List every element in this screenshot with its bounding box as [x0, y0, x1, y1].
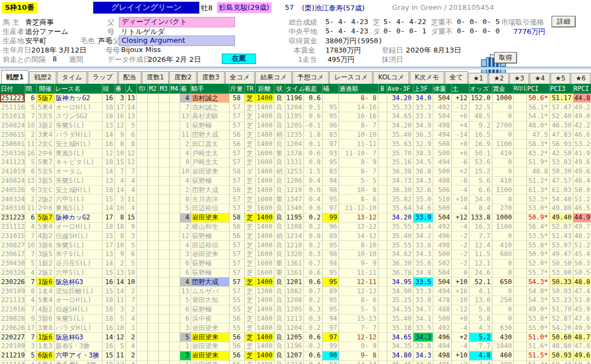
tab-4[interactable]: ラップ — [88, 71, 118, 84]
column-header: M4 — [169, 84, 180, 94]
table-row[interactable]: 24101985京5オータム147710岩田望来58ダ1400稍12531.58… — [0, 167, 591, 176]
tab-11[interactable]: 予想コメ — [292, 71, 329, 84]
column-header: オッズ — [469, 84, 492, 94]
table-row[interactable]: 250316162中6東風S(L)1210124戸崎圭太57芝1600重1378… — [0, 149, 591, 158]
tab-16[interactable]: ★1 — [468, 73, 488, 84]
tab-21[interactable]: ★6 — [571, 73, 590, 84]
column-header: 補 — [322, 84, 338, 94]
tab-bar: 戦歴1戦歴2タイムラップ配当度数1度数2度数3全コメ結果コメ予想コメレースコメK… — [0, 70, 591, 84]
column-header: 騎手 — [191, 84, 229, 94]
tab-12[interactable]: レースコメ — [329, 71, 372, 84]
tab-3[interactable]: タイム — [57, 71, 87, 84]
column-header: 賞金 — [492, 84, 513, 94]
table-row[interactable]: 230827103新6朱鷺S(L)171054田辺裕信57芝1400良12100… — [0, 241, 591, 250]
horse-name-en: Gray in Green / 2018105454 — [392, 3, 494, 11]
table-row[interactable]: 22022771阪6阪急杯G3141225岩田望来56芝1400良12050.6… — [0, 333, 591, 342]
table-row[interactable]: 250601112京C安土城H(L)16882田口貫太56芝1400良12040… — [0, 140, 591, 149]
tab-14[interactable]: K次メモ — [410, 71, 444, 84]
breeder-value: 追分ファーム — [25, 27, 68, 37]
race-history-table-wrap: 日付間開催レース名頭番人印M2M3M4着騎手斤量TR距離状タイム着差補通過順BA… — [0, 84, 591, 364]
sire-value: ディープインパクト — [119, 17, 235, 27]
owner-label: 馬 主 — [3, 18, 19, 27]
table-row[interactable]: 23111245東4オーロH(L)181892横山和生56芝1400良12080… — [0, 222, 591, 232]
granddam-label: 母母 — [106, 45, 120, 55]
table-row[interactable]: 23032642阪2六甲S(L)1513106荻野極57芝1600重13610.… — [0, 268, 591, 278]
tab-15[interactable]: 全て — [445, 71, 468, 84]
turf-record-label: 芝 — [373, 18, 380, 27]
table-row[interactable]: 220626173東8パラダH(L)161013岩田望来55芝1400良1204… — [0, 323, 591, 333]
table-row[interactable]: 25061523東4パラダH(L)149611団野大成56芝1400稍12351… — [0, 130, 591, 140]
column-header: 番 — [114, 84, 125, 94]
table-row[interactable]: 22111345東4オーロH(L)181175柴田大知55芝1400良12080… — [0, 296, 591, 305]
table-row[interactable]: 250824103新2朱鷺S(L)131251荻野極57芝1400良1205-0… — [0, 121, 591, 130]
table-row[interactable]: 25101373京5スワンSG218161313高杉吏騏57芝1400良1195… — [0, 112, 591, 122]
carry-weight: 57 — [285, 3, 294, 11]
tab-6[interactable]: 度数1 — [142, 71, 169, 84]
column-header: 着 — [180, 84, 191, 94]
table-row[interactable]: 22010931名3新春S・3勝16541岩田望来56芝1400良1196-0.… — [0, 342, 591, 351]
table-row[interactable]: 21121956阪6六甲アイ・3勝151123岩田望来56芝1400良12070… — [0, 351, 591, 360]
prize-label: 本賞金 — [294, 45, 315, 55]
detail-button[interactable]: 詳細 — [552, 16, 576, 27]
table-row[interactable]: 25122765阪7阪神カッG2163134吉村誠之58芝1400良11960.… — [0, 94, 591, 103]
tab-17[interactable]: ★2 — [489, 73, 508, 84]
tab-9[interactable]: 全コメ — [225, 71, 255, 84]
tab-5[interactable]: 配当 — [118, 71, 141, 84]
jockey-name-badge: 鮫島克駿(29歳) — [217, 2, 272, 13]
trainer-name: (栗)池江泰寿(57歳) — [302, 3, 365, 13]
central-record-label: 中央平地 — [289, 27, 317, 37]
tab-1[interactable]: 戦歴1 — [1, 70, 28, 84]
table-row[interactable]: 240824133新5朱鷺S(L)13444荻野極57芝1400良12060.4… — [0, 176, 591, 186]
column-header: M2 — [147, 84, 158, 94]
tab-2[interactable]: 戦歴2 — [29, 71, 56, 84]
sire-label: 父 — [107, 18, 114, 27]
table-row[interactable]: 240310112中6東風S(L)141045田辺裕信57芝1600良13400… — [0, 204, 591, 213]
column-header: 距離 — [255, 84, 274, 94]
data-date-label: データ作成日 — [107, 55, 151, 65]
table-row[interactable]: 22101674新2信越SH(L)18326荻野極55芝1400良12050.3… — [0, 305, 591, 314]
interval-unit: 週間 — [69, 55, 83, 65]
horse-name-box: グレイイングリーン — [93, 2, 199, 14]
table-row[interactable]: 24052693京C安土城H(L)181442団野大成56芝1400良12100… — [0, 186, 591, 195]
tab-10[interactable]: 結果コメ — [255, 71, 292, 84]
total-record-label: 総合成績 — [289, 18, 317, 27]
table-row[interactable]: 21111345東4奥多摩S・3勝181241岩田望来55芝1400良12130… — [0, 360, 591, 364]
column-header: 通過順 — [338, 84, 378, 94]
per-run-value: 495万円 — [328, 55, 354, 65]
registration-date-value: 2020年 8月13日 — [406, 45, 461, 55]
table-row[interactable]: 23010981名4淀短距離(L)1514213ムルザバ57芝1200良1082… — [0, 287, 591, 296]
central-record-value: 5- 4- 4-23 — [325, 27, 368, 35]
total-record-value: 5- 4- 4-23 — [325, 18, 368, 26]
column-header: 印 — [136, 84, 147, 94]
tab-18[interactable]: ★3 — [509, 73, 529, 84]
deletion-date-label: 抹消日 — [382, 55, 403, 65]
table-row[interactable]: 25111655東4オーロH(L)1817147吉村誠之57芝1400良1204… — [0, 103, 591, 112]
tab-20[interactable]: ★5 — [550, 73, 570, 84]
column-header: タイム — [285, 84, 303, 94]
column-header: PCI — [526, 84, 549, 94]
dirt-record-label: ダ — [373, 27, 380, 37]
table-row[interactable]: 23101574新2信越SH(L)158312荻野極56芝1400稍12140.… — [0, 232, 591, 241]
get-button[interactable]: 取得 — [494, 52, 517, 63]
table-row[interactable]: 24112355東7キャピタ(L)1815129戸崎圭太57芝1600良1331… — [0, 158, 591, 167]
earned-prize-label: 収得賞金 — [289, 36, 317, 46]
interval-label: 前走との間隔 — [3, 55, 46, 65]
gate-number-badge: 5枠10番 — [2, 2, 37, 13]
column-header: 日付 — [0, 84, 25, 94]
table-row[interactable]: 22082893新6朱鷺S(L)18546浜中俊56芝1400良12130.39… — [0, 314, 591, 323]
dam-label: 母 — [107, 27, 114, 37]
tab-8[interactable]: 度数3 — [197, 71, 225, 84]
tab-13[interactable]: KOLコメ — [373, 71, 409, 84]
tab-19[interactable]: ★4 — [530, 73, 549, 84]
earned-prize-value: 3800万円(5950) — [325, 36, 382, 46]
column-header: 間 — [25, 84, 36, 94]
table-row[interactable]: 23022671阪6阪急杯G31614104団野大成57芝1400良12010.… — [0, 278, 591, 287]
tab-7[interactable]: 度数2 — [169, 71, 197, 84]
birthdate-value: 2018年 3月12日 — [31, 45, 87, 55]
dirt-record-value: 0- 0- 0- 1 — [383, 27, 426, 35]
table-row[interactable]: 24032422阪2六甲S(L)153118古川吉洋57芝1600重13470.… — [0, 195, 591, 204]
table-row[interactable]: 23122365阪7阪神カッG2178154岩田望来58芝1400良11950.… — [0, 213, 591, 222]
column-header: 状 — [274, 84, 285, 94]
table-row[interactable]: 23061773阪5米子S(L)13963岩田望来57芝1600良13200.3… — [0, 250, 591, 259]
table-row[interactable]: 23043051新2谷川岳S(L)14256荻野極57芝1600重13610.7… — [0, 259, 591, 268]
